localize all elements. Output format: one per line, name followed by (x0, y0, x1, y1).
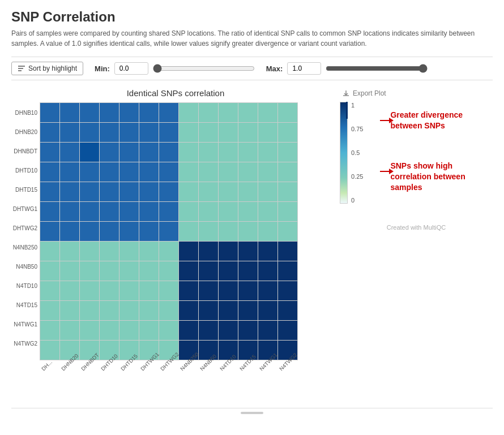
heatmap-cell (119, 162, 139, 182)
heatmap-cell (219, 321, 238, 340)
heatmap-cell (100, 202, 119, 221)
heatmap-cell (258, 143, 277, 162)
min-slider[interactable] (153, 64, 255, 73)
heatmap-cell (60, 261, 79, 281)
max-value-input[interactable] (287, 62, 321, 75)
heatmap-cell (258, 222, 277, 241)
heatmap-cell (139, 261, 159, 281)
heatmap-cell (179, 321, 198, 340)
heatmap-cell (60, 242, 79, 261)
heatmap-cell (60, 281, 79, 300)
heatmap-cell (258, 182, 277, 201)
heatmap-cell (159, 242, 178, 261)
heatmap-cell (139, 202, 159, 221)
heatmap-cell (278, 281, 297, 300)
heatmap-cell (80, 182, 99, 201)
heatmap-cell (100, 321, 119, 340)
heatmap-cell (60, 202, 79, 221)
heatmap-cell (40, 202, 59, 221)
heatmap-cell (119, 242, 139, 261)
heatmap-cell (258, 321, 277, 340)
heatmap-cell (238, 182, 258, 201)
y-label: DHTWG1 (11, 199, 40, 218)
bottom-handle[interactable] (241, 412, 263, 414)
heatmap-container: DHNB10DHNB20DHNBDTDHTD10DHTD15DHTWG1DHTW… (11, 102, 298, 397)
heatmap-cell (139, 123, 159, 142)
heatmap-cell (80, 301, 99, 320)
heatmap-cell (100, 261, 119, 281)
heatmap-cell (199, 123, 218, 142)
heatmap-cell (278, 242, 297, 261)
heatmap-cell (179, 242, 198, 261)
y-label: DHTD15 (11, 180, 40, 199)
heatmap-cell (40, 341, 59, 360)
heatmap-cell (139, 182, 159, 201)
heatmap-cell (278, 261, 297, 281)
heatmap-cell (40, 143, 59, 162)
heatmap-cell (119, 202, 139, 221)
heatmap-cell (238, 143, 258, 162)
heatmap-cell (40, 261, 59, 281)
max-control-group: Max: (266, 62, 428, 75)
sort-by-highlight-button[interactable]: Sort by highlight (11, 62, 83, 75)
y-label: DHNB20 (11, 122, 40, 141)
heatmap-cell (179, 103, 198, 122)
heatmap-cell (100, 281, 119, 300)
heatmap-cell (258, 103, 277, 122)
heatmap-cell (219, 162, 238, 182)
heatmap-cell (40, 222, 59, 241)
right-panel: Export Plot 10.750.50.250 Greater diverg… (334, 88, 493, 397)
heatmap-grid (40, 102, 298, 360)
chart-title: Identical SNPs correlation (23, 88, 328, 98)
heatmap-cell (60, 162, 79, 182)
heatmap-cell (258, 242, 277, 261)
heatmap-cell (60, 143, 79, 162)
heatmap-cell (139, 143, 159, 162)
heatmap-cell (199, 182, 218, 201)
y-label: DHTWG2 (11, 218, 40, 238)
legend-value: 0.25 (351, 173, 363, 180)
min-label: Min: (95, 64, 110, 73)
heatmap-cell (278, 321, 297, 340)
y-label: N4TD15 (11, 295, 40, 315)
heatmap-cell (199, 222, 218, 241)
heatmap-cell (80, 281, 99, 300)
heatmap-cell (159, 143, 178, 162)
heatmap-cell (139, 103, 159, 122)
page-title: SNP Correlation (11, 9, 493, 25)
heatmap-cell (60, 103, 79, 122)
max-slider[interactable] (326, 64, 428, 73)
heatmap-cell (238, 202, 258, 221)
heatmap-cell (278, 103, 297, 122)
heatmap-cell (119, 281, 139, 300)
heatmap-cell (219, 281, 238, 300)
heatmap-cell (80, 143, 99, 162)
heatmap-cell (278, 162, 297, 182)
heatmap-cell (100, 222, 119, 241)
heatmap-cell (219, 301, 238, 320)
y-label: N4TWG1 (11, 315, 40, 334)
heatmap-cell (179, 301, 198, 320)
heatmap-cell (80, 202, 99, 221)
min-value-input[interactable] (114, 62, 148, 75)
x-label: DH... (40, 359, 53, 372)
heatmap-cell (219, 222, 238, 241)
heatmap-cell (159, 261, 178, 281)
export-icon (342, 89, 350, 97)
legend-value: 1 (351, 102, 363, 109)
min-control-group: Min: (95, 62, 255, 75)
heatmap-cell (199, 202, 218, 221)
heatmap-cell (199, 103, 218, 122)
export-plot-button[interactable]: Export Plot (340, 88, 388, 98)
y-label: DHNB10 (11, 103, 40, 122)
heatmap-cell (199, 261, 218, 281)
y-label: N4NB250 (11, 238, 40, 257)
heatmap-cell (159, 321, 178, 340)
y-label: N4TWG2 (11, 334, 40, 353)
main-content: Identical SNPs correlation DHNB10DHNB20D… (11, 88, 493, 397)
heatmap-cell (100, 162, 119, 182)
y-label: DHTD10 (11, 161, 40, 180)
heatmap-cell (159, 301, 178, 320)
heatmap-cell (139, 281, 159, 300)
heatmap-cell (60, 222, 79, 241)
